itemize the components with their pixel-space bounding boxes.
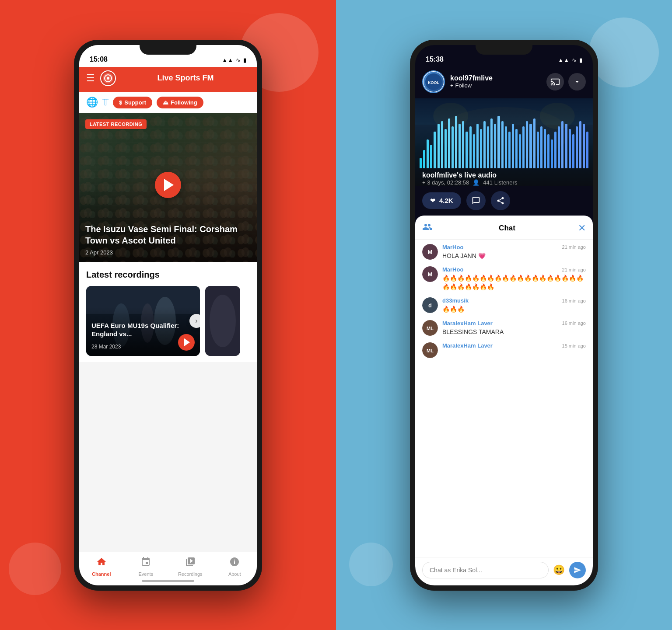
comment-button[interactable] (466, 191, 486, 210)
svg-text:ML: ML (427, 348, 434, 353)
svg-point-2 (107, 77, 109, 80)
cast-button[interactable] (546, 73, 564, 90)
chat-header: Chat ✕ (415, 216, 593, 240)
waveform-bar-47 (586, 132, 588, 168)
nav-channel[interactable]: Channel (79, 557, 124, 577)
chat-messages: M MarHoo 21 min ago HOLA JANN 💗 (415, 240, 593, 557)
header-actions (546, 73, 586, 90)
waveform-bar-41 (565, 124, 567, 168)
waveform-bar-26 (512, 124, 514, 168)
right-screen: 15:38 ▲▲ ∿ ▮ KOOL (415, 45, 593, 585)
msg-body-1: MarHoo 21 min ago HOLA JANN 💗 (442, 244, 586, 261)
recording-card-partial[interactable] (205, 286, 240, 356)
msg-header-2: MarHoo 21 min ago (442, 266, 586, 273)
like-button[interactable]: ❤ 4.2K (422, 192, 461, 209)
chat-message-2: M MarHoo 21 min ago 🔥🔥🔥🔥🔥🔥🔥🔥🔥🔥🔥🔥🔥🔥🔥🔥🔥🔥🔥🔥… (422, 266, 586, 291)
card-play-button-1[interactable] (178, 334, 195, 351)
play-triangle-icon (164, 179, 174, 191)
home-indicator-right (478, 580, 530, 582)
nav-recordings[interactable]: Recordings (168, 557, 213, 577)
left-panel: 15:08 ▲▲ ∿ ▮ ☰ (0, 0, 336, 630)
recording-card-date-1: 28 Mar 2023 (91, 344, 121, 350)
left-screen: 15:08 ▲▲ ∿ ▮ ☰ (79, 45, 257, 585)
waveform-bar-5 (438, 124, 440, 168)
play-triangle-sm-icon (184, 338, 190, 346)
waveform-bar-16 (476, 124, 479, 168)
next-arrow[interactable]: › (189, 314, 200, 328)
msg-username-3: d33musik (442, 297, 469, 304)
dropdown-button[interactable] (568, 73, 586, 90)
recordings-row: UEFA Euro MU19s Qualifier: England vs...… (86, 286, 250, 356)
emoji-button[interactable]: 😀 (553, 564, 565, 576)
app-logo (100, 70, 116, 86)
status-time-right: 15:38 (426, 56, 444, 63)
hero-play-button[interactable] (155, 172, 181, 198)
latest-recording-badge: LATEST RECORDING (85, 119, 147, 129)
hero-section: LATEST RECORDING The Isuzu Vase Semi Fin… (79, 113, 257, 262)
msg-header-3: d33musik 16 min ago (442, 297, 586, 304)
waveform-bar-0 (420, 158, 422, 168)
waveform-area: koolfmlive's live audio + 3 days, 02:28:… (415, 98, 593, 186)
menu-icon[interactable]: ☰ (86, 73, 95, 84)
recording-card-1[interactable]: UEFA Euro MU19s Qualifier: England vs...… (86, 286, 200, 356)
section-title: Latest recordings (86, 270, 250, 280)
chat-message-5: ML MaralexHam Laver 15 min ago (422, 342, 586, 358)
twitter-icon[interactable]: 𝕋 (102, 97, 108, 108)
signal-icon-right: ▲▲ (558, 57, 569, 63)
chat-close-button[interactable]: ✕ (578, 223, 586, 234)
send-button[interactable] (569, 562, 586, 578)
waveform-bar-38 (554, 132, 556, 168)
follow-button[interactable]: + Follow (450, 82, 541, 89)
interaction-bar: ❤ 4.2K (415, 186, 593, 216)
events-label: Events (138, 571, 153, 577)
waveform-bar-10 (455, 116, 457, 168)
channel-header: KOOL kool97fmlive + Follow (415, 67, 593, 98)
people-icon (422, 222, 433, 235)
like-count: 4.2K (439, 197, 453, 204)
chat-panel: Chat ✕ M MarHoo (415, 216, 593, 585)
globe-icon[interactable]: 🌐 (86, 97, 98, 108)
waveform-bar-44 (576, 126, 578, 168)
chat-input[interactable] (422, 562, 549, 578)
msg-username-1: MarHoo (442, 244, 463, 251)
msg-text-3: 🔥🔥🔥 (442, 305, 586, 314)
channel-name: kool97fmlive (450, 74, 541, 82)
msg-avatar-4: ML (422, 320, 438, 336)
person-icon: ⛰ (163, 99, 168, 106)
waveform-bar-12 (462, 121, 464, 168)
avatar-inner: KOOL (424, 72, 444, 92)
signal-icon: ▲▲ (222, 57, 233, 63)
waveform-bars (415, 116, 593, 168)
channel-icon (96, 557, 107, 570)
waveform-bar-13 (466, 132, 468, 168)
waveform-bar-6 (441, 121, 443, 168)
waveform-bar-21 (494, 124, 496, 168)
waveform-bar-3 (430, 145, 432, 168)
msg-username-2: MarHoo (442, 266, 463, 273)
waveform-bar-35 (544, 129, 546, 168)
waveform-bar-11 (458, 124, 461, 168)
listener-count: 441 Listeners (483, 179, 517, 186)
wifi-icon: ∿ (236, 57, 241, 63)
waveform-bar-27 (515, 129, 518, 168)
nav-events[interactable]: Events (124, 557, 168, 577)
msg-username-5: MaralexHam Laver (442, 342, 493, 349)
channel-avatar: KOOL (422, 70, 445, 93)
msg-time-5: 15 min ago (562, 343, 586, 348)
msg-avatar-3: d (422, 297, 438, 313)
chat-title: Chat (436, 224, 578, 233)
battery-icon: ▮ (243, 57, 246, 63)
nav-about[interactable]: About (213, 557, 257, 577)
waveform-bar-2 (427, 139, 429, 168)
app-title: Live Sports FM (121, 73, 250, 83)
support-button[interactable]: $ Support (113, 97, 152, 108)
about-icon (229, 557, 240, 570)
waveform-bar-23 (501, 121, 504, 168)
share-button[interactable] (491, 191, 510, 210)
following-button[interactable]: ⛰ Following (157, 97, 203, 108)
svg-text:M: M (428, 271, 433, 278)
msg-text-4: BLESSINGS TAMARA (442, 328, 586, 337)
msg-text-2: 🔥🔥🔥🔥🔥🔥🔥🔥🔥🔥🔥🔥🔥🔥🔥🔥🔥🔥🔥🔥🔥🔥🔥🔥🔥🔥 (442, 274, 586, 291)
recordings-label: Recordings (178, 571, 203, 577)
events-icon (140, 557, 151, 570)
